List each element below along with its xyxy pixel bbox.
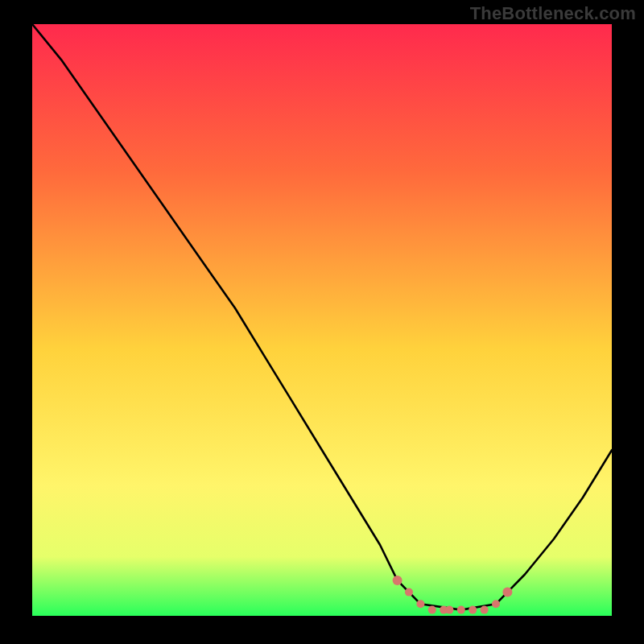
- optimal-dot: [393, 576, 402, 585]
- optimal-dot: [492, 600, 500, 608]
- optimal-dot: [457, 606, 465, 614]
- optimal-dot: [428, 606, 436, 614]
- bottleneck-chart: TheBottleneck.com: [0, 0, 644, 644]
- optimal-dot: [469, 606, 477, 614]
- chart-svg: [32, 24, 612, 616]
- optimal-dot: [481, 606, 489, 614]
- optimal-dot: [416, 600, 424, 608]
- optimal-dot: [445, 606, 453, 614]
- optimal-dot: [405, 588, 413, 597]
- optimal-dot: [502, 588, 512, 597]
- gradient-background: [32, 24, 612, 616]
- plot-area: [32, 24, 612, 616]
- watermark-text: TheBottleneck.com: [470, 3, 636, 24]
